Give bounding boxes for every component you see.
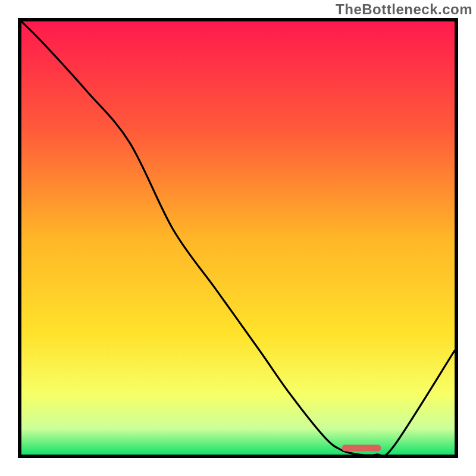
- chart-svg: [0, 0, 476, 476]
- bottleneck-chart: TheBottleneck.com: [0, 0, 476, 476]
- optimum-marker: [342, 445, 381, 452]
- gradient-background: [21, 21, 455, 455]
- watermark-text: TheBottleneck.com: [336, 1, 472, 18]
